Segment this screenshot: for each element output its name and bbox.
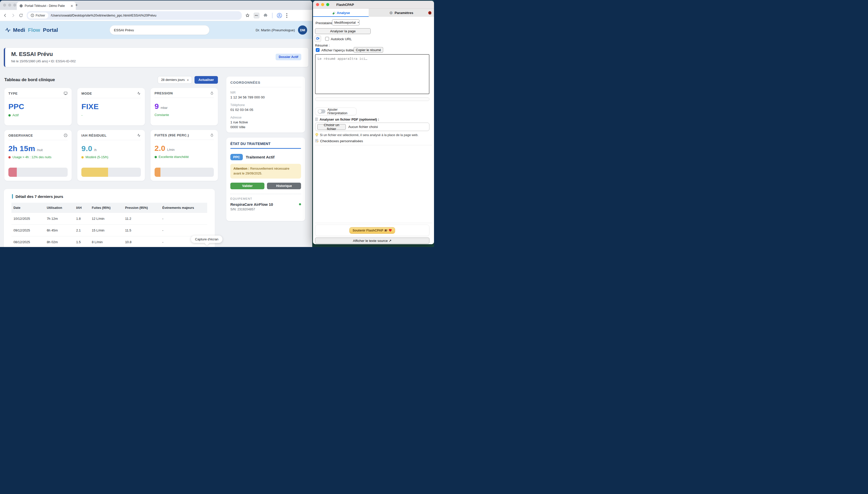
clock-icon (63, 133, 67, 137)
history-button[interactable]: Historique (267, 183, 301, 189)
table-header-row: Date Utilisation IAH Fuites (95%) Pressi… (12, 203, 207, 213)
choose-file-button[interactable]: Choisir un fichier (317, 124, 346, 130)
patient-meta: Né le 15/05/1980 (45 ans) • ID: ESSAI-ID… (11, 59, 76, 63)
info-icon (31, 14, 34, 17)
copy-summary-button[interactable]: Copier le résumé (354, 47, 383, 53)
divider (230, 87, 301, 87)
refresh-icon: ⟳ (316, 37, 319, 41)
address-label: Adresse (230, 116, 301, 119)
stat-card-type: TYPE PPC Actif (4, 88, 72, 126)
validate-button[interactable]: Valider (230, 183, 264, 189)
address-bar[interactable]: Fichier /Users/oswald/Desktop/site%20vit… (27, 11, 242, 20)
minimize-window-button[interactable] (321, 3, 324, 6)
patient-search-input[interactable] (110, 25, 210, 35)
zoom-window-button[interactable] (13, 3, 16, 6)
back-icon[interactable] (3, 13, 7, 18)
traitement-title: ÉTAT DU TRAITEMENT (230, 142, 301, 146)
toggle-switch[interactable] (318, 109, 326, 113)
autolock-checkbox[interactable] (325, 37, 329, 41)
show-source-button[interactable]: Afficher le texte source ↗ (315, 238, 430, 244)
activity-icon (137, 91, 141, 95)
dashboard-header: Tableau de bord clinique 28 derniers jou… (4, 76, 218, 84)
flashcpap-titlebar: FlashCPAP (313, 1, 434, 8)
desktop: Portail Télésuivi - Démo Patie ✕ + Fichi… (0, 0, 434, 247)
status-badge: Dossier Actif (276, 54, 301, 60)
tab-close-icon[interactable]: ✕ (71, 4, 73, 8)
minimize-window-button[interactable] (8, 3, 11, 6)
period-value: 28 derniers jours (161, 78, 184, 82)
close-window-button[interactable] (316, 3, 319, 6)
window-traffic-lights[interactable] (316, 3, 329, 6)
avatar[interactable]: DM (298, 25, 307, 35)
resume-label: Résumé : (315, 43, 330, 47)
support-box: Soutenir FlashCPAP (315, 225, 430, 236)
new-tab-button[interactable]: + (75, 2, 78, 7)
progress-track (81, 168, 141, 177)
stat-card-iah: IAH RÉSIDUEL 9.0/h Modéré (5-15/h) (77, 130, 145, 181)
patient-banner: M. ESSAI Prévu Né le 15/05/1980 (45 ans)… (4, 48, 309, 67)
device-online-dot (299, 203, 301, 205)
provider-value: Mediflowportal (334, 21, 356, 24)
dashboard-title: Tableau de bord clinique (4, 77, 55, 82)
period-select[interactable]: 28 derniers jours ▾ (158, 76, 192, 84)
pulse-icon (5, 27, 11, 33)
close-window-button[interactable] (3, 3, 6, 6)
zoom-window-button[interactable] (326, 3, 329, 6)
dashed-divider (230, 194, 301, 194)
refresh-button[interactable]: Actualiser (195, 76, 218, 84)
progress-track (8, 168, 67, 177)
traitement-card: ÉTAT DU TRAITEMENT PPC Traitement Actif … (226, 138, 305, 221)
interpretation-toggle-box[interactable]: Ajouter l'interprétation (315, 108, 356, 115)
card-label: TYPE (8, 92, 18, 95)
refresh-url-button[interactable]: ⟳ (315, 35, 321, 42)
browser-tab[interactable]: Portail Télésuivi - Démo Patie ✕ (17, 2, 76, 10)
browser-window: Portail Télésuivi - Démo Patie ✕ + Fichi… (0, 0, 312, 247)
profile-avatar-icon[interactable] (277, 13, 282, 18)
card-value: 2h 15m (8, 144, 35, 153)
bookmark-star-icon[interactable] (245, 13, 250, 18)
col-date: Date (12, 203, 45, 213)
document-icon (315, 117, 318, 121)
table-row: 08/12/20258h 02m1.5 8 L/min10.8- (12, 236, 207, 247)
card-label: IAH RÉSIDUEL (81, 134, 106, 137)
brand-part-2: Flow (28, 27, 40, 33)
heart-icon (389, 229, 392, 232)
toggle-label: Ajouter l'interprétation (328, 108, 354, 115)
url-scheme-chip[interactable]: Fichier (28, 13, 48, 19)
provider-select[interactable]: Mediflowportal ▾ (332, 19, 359, 25)
tab-analyse[interactable]: Analyse (313, 8, 369, 17)
url-chip-label: Fichier (36, 14, 45, 17)
preview-checkbox[interactable]: ✓ (316, 48, 320, 52)
reload-icon[interactable] (19, 13, 23, 18)
tab-parametres[interactable]: ⚙ Paramètres (369, 8, 434, 17)
device-name: RespiraCare AirFlow 10 (230, 202, 299, 207)
stat-card-observance: OBSERVANCE 2h 15m/nuit Usage > 4h : 12% … (4, 130, 72, 181)
stat-card-mode: MODE FIXE - (77, 88, 145, 126)
custom-checkboxes-summary[interactable]: Checkboxes personnalisées (320, 139, 363, 143)
debug-ladybug-icon[interactable] (428, 11, 432, 15)
url-text[interactable]: /Users/oswald/Desktop/site%20vitrine/dem… (51, 14, 156, 17)
brand-part-1: Medi (13, 27, 25, 33)
col-fuites: Fuites (95%) (90, 203, 123, 213)
flashcpap-body: Prestataire : Mediflowportal ▾ Analyser … (313, 17, 434, 244)
support-button[interactable]: Soutenir FlashCPAP (349, 227, 395, 234)
analyze-page-button[interactable]: Analyser la page (315, 28, 371, 34)
title-underline (230, 148, 301, 149)
forward-icon[interactable] (11, 13, 15, 18)
extensions-puzzle-icon[interactable] (263, 13, 268, 18)
summary-textarea[interactable] (315, 54, 430, 94)
screenshot-tooltip: Capture d'écran (191, 235, 222, 243)
progress-fill (155, 168, 160, 177)
renewal-warning: Attention : Renouvellement nécessaire av… (230, 164, 301, 178)
coffee-icon (384, 229, 388, 232)
window-traffic-lights[interactable] (3, 3, 16, 6)
patient-name: M. ESSAI Prévu (11, 51, 53, 57)
title-accent-bar (12, 194, 13, 199)
card-status: Actif (13, 113, 19, 117)
progress-fill (8, 168, 17, 177)
file-input[interactable]: Choisir un fichier Aucun fichier choisi (315, 122, 430, 131)
progress-track (155, 168, 214, 177)
preview-label: Afficher l'aperçu lisible (321, 48, 354, 52)
flashcpap-extension-icon[interactable]: PPC (254, 13, 259, 18)
browser-menu-icon[interactable] (286, 13, 287, 18)
